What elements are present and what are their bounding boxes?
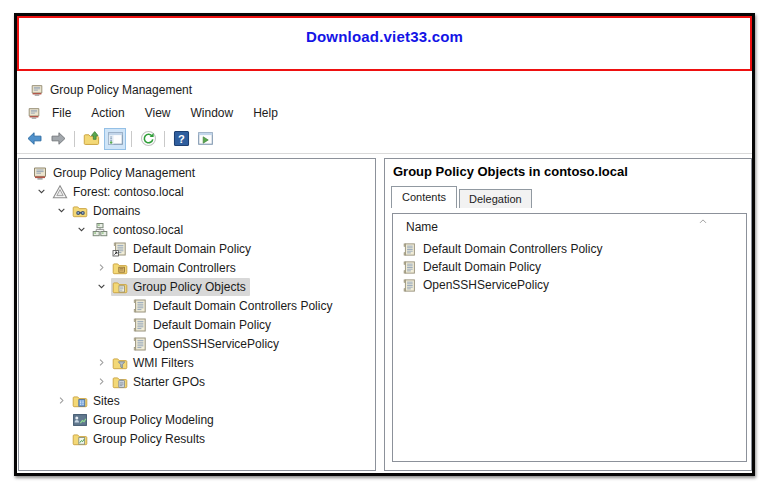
list-item-opensshservicepolicy[interactable]: OpenSSHServicePolicy bbox=[393, 276, 746, 294]
chevron-down-icon[interactable] bbox=[31, 184, 51, 200]
tree-item-opensshservicepolicy[interactable]: OpenSSHServicePolicy bbox=[19, 334, 375, 353]
tree-item-default-domain-policy[interactable]: Default Domain Policy bbox=[19, 315, 375, 334]
tree-item-sites[interactable]: Sites bbox=[19, 391, 375, 410]
tree-item-label: Group Policy Results bbox=[93, 432, 205, 446]
gpo-icon bbox=[132, 298, 148, 314]
up-one-level-icon bbox=[83, 130, 100, 147]
menu-help[interactable]: Help bbox=[243, 105, 288, 121]
svg-text:?: ? bbox=[178, 133, 185, 145]
expander-spacer bbox=[51, 431, 71, 447]
banner-watermark-text: Download.viet33.com bbox=[19, 28, 750, 45]
tree-item-label: Group Policy Objects bbox=[133, 280, 246, 294]
tree-item-label: Domain Controllers bbox=[133, 261, 236, 275]
list-item-label: Default Domain Controllers Policy bbox=[423, 242, 602, 256]
chevron-right-icon[interactable] bbox=[51, 393, 71, 409]
domain-controllers-folder-icon bbox=[112, 260, 128, 276]
window-titlebar: Group Policy Management bbox=[30, 82, 192, 98]
forest-icon bbox=[52, 184, 68, 200]
window-title: Group Policy Management bbox=[50, 83, 192, 97]
gpo-icon bbox=[132, 336, 148, 352]
gpmc-icon bbox=[30, 83, 44, 97]
gpo-link-icon bbox=[112, 241, 128, 257]
wmi-filters-folder-icon bbox=[112, 355, 128, 371]
chevron-right-icon[interactable] bbox=[91, 374, 111, 390]
menu-view[interactable]: View bbox=[135, 105, 181, 121]
show-console-tree-icon bbox=[107, 130, 124, 147]
help-button[interactable]: ? bbox=[170, 128, 192, 150]
tree-item-group-policy-modeling[interactable]: Group Policy Modeling bbox=[19, 410, 375, 429]
expander-spacer bbox=[91, 241, 111, 257]
tree-item-label: Forest: contoso.local bbox=[73, 185, 184, 199]
list-item-label: Default Domain Policy bbox=[423, 260, 541, 274]
help-icon: ? bbox=[173, 130, 190, 147]
tree-item-group-policy-results[interactable]: Group Policy Results bbox=[19, 429, 375, 448]
menubar: File Action View Window Help bbox=[27, 105, 288, 121]
show-console-tree-button[interactable] bbox=[104, 128, 126, 150]
tree-item-default-domain-policy-link[interactable]: Default Domain Policy bbox=[19, 239, 375, 258]
tree-item-label: Default Domain Policy bbox=[133, 242, 251, 256]
screenshot-frame: Download.viet33.com Group Policy Managem… bbox=[14, 13, 755, 476]
tree-item-label: Sites bbox=[93, 394, 120, 408]
tree-item-starter-gpos[interactable]: Starter GPOs bbox=[19, 372, 375, 391]
tree-item-group-policy-management[interactable]: Group Policy Management bbox=[19, 163, 375, 182]
list-item-label: OpenSSHServicePolicy bbox=[423, 278, 549, 292]
tree-item-label: WMI Filters bbox=[133, 356, 194, 370]
refresh-icon bbox=[140, 130, 157, 147]
gpo-icon bbox=[402, 260, 417, 275]
tree-item-contoso-local[interactable]: contoso.local bbox=[19, 220, 375, 239]
starter-gpos-folder-icon bbox=[112, 374, 128, 390]
toolbar: ? bbox=[22, 126, 217, 151]
chevron-right-icon[interactable] bbox=[91, 355, 111, 371]
gpo-icon bbox=[402, 242, 417, 257]
gpmc-window-icon[interactable] bbox=[27, 106, 41, 120]
tab-strip: Contents Delegation bbox=[391, 186, 534, 208]
tree-item-forest-contoso-local[interactable]: Forest: contoso.local bbox=[19, 182, 375, 201]
refresh-button[interactable] bbox=[137, 128, 159, 150]
gp-results-folder-icon bbox=[72, 431, 88, 447]
chevron-up-icon[interactable] bbox=[696, 215, 710, 227]
column-header-label: Name bbox=[406, 220, 438, 234]
chevron-right-icon[interactable] bbox=[91, 260, 111, 276]
domains-folder-icon bbox=[72, 203, 88, 219]
gpo-list[interactable]: Name Default Domain Controllers Policy D… bbox=[392, 213, 747, 462]
console-tree-pane[interactable]: Group Policy Management Forest: contoso.… bbox=[18, 158, 376, 471]
tree-item-default-domain-controllers-policy[interactable]: Default Domain Controllers Policy bbox=[19, 296, 375, 315]
chevron-down-icon[interactable] bbox=[91, 279, 111, 295]
tree-item-label: Default Domain Policy bbox=[153, 318, 271, 332]
tree-item-label: Starter GPOs bbox=[133, 375, 205, 389]
menu-file[interactable]: File bbox=[42, 105, 81, 121]
tree-item-domains[interactable]: Domains bbox=[19, 201, 375, 220]
chevron-down-icon[interactable] bbox=[51, 203, 71, 219]
tree-item-label: OpenSSHServicePolicy bbox=[153, 337, 279, 351]
tree-item-label: Default Domain Controllers Policy bbox=[153, 299, 332, 313]
sites-folder-icon bbox=[72, 393, 88, 409]
tree-item-group-policy-objects[interactable]: Group Policy Objects bbox=[19, 277, 375, 296]
banner: Download.viet33.com bbox=[17, 16, 752, 71]
new-window-button[interactable] bbox=[194, 128, 216, 150]
tree-item-label: Domains bbox=[93, 204, 140, 218]
menu-window[interactable]: Window bbox=[181, 105, 244, 121]
forward-button[interactable] bbox=[47, 128, 69, 150]
expander-spacer bbox=[51, 412, 71, 428]
new-window-icon bbox=[197, 130, 214, 147]
up-one-level-button[interactable] bbox=[80, 128, 102, 150]
toolbar-separator bbox=[74, 131, 75, 147]
tab-contents[interactable]: Contents bbox=[391, 186, 457, 208]
tree-item-label: Group Policy Modeling bbox=[93, 413, 214, 427]
results-pane: Group Policy Objects in contoso.local Co… bbox=[384, 158, 752, 471]
chevron-down-icon[interactable] bbox=[71, 222, 91, 238]
tree-item-wmi-filters[interactable]: WMI Filters bbox=[19, 353, 375, 372]
gpo-folder-icon bbox=[112, 279, 128, 295]
tree-item-domain-controllers[interactable]: Domain Controllers bbox=[19, 258, 375, 277]
back-arrow-icon bbox=[26, 130, 43, 147]
column-header-name[interactable]: Name bbox=[393, 214, 746, 240]
gp-modeling-icon bbox=[72, 412, 88, 428]
menu-action[interactable]: Action bbox=[81, 105, 134, 121]
list-item-default-domain-controllers-policy[interactable]: Default Domain Controllers Policy bbox=[393, 240, 746, 258]
tab-delegation[interactable]: Delegation bbox=[459, 189, 532, 208]
list-item-default-domain-policy[interactable]: Default Domain Policy bbox=[393, 258, 746, 276]
results-pane-title: Group Policy Objects in contoso.local bbox=[393, 164, 628, 179]
toolbar-divider bbox=[17, 153, 752, 154]
forward-arrow-icon bbox=[50, 130, 67, 147]
back-button[interactable] bbox=[23, 128, 45, 150]
